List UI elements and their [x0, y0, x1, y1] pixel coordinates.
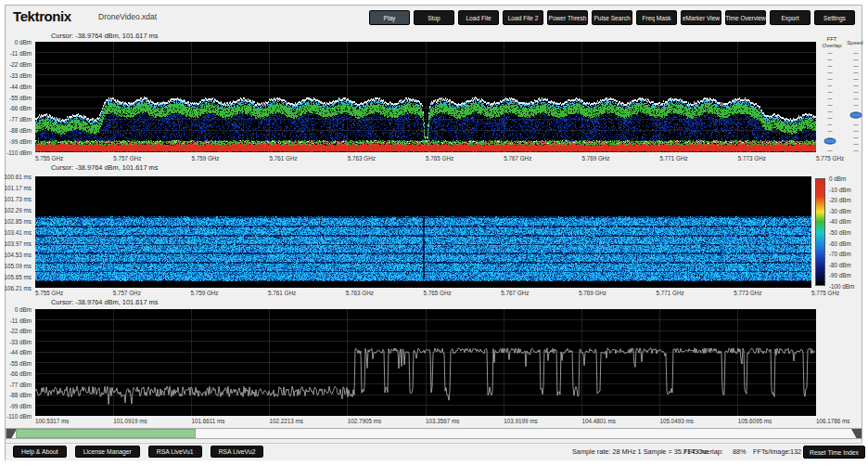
- load-file-2-button[interactable]: Load File 2: [503, 10, 543, 25]
- axis-tick-label: 5.773 GHz: [738, 155, 766, 162]
- axis-tick-label: -100 dBm: [829, 283, 854, 290]
- power-thresh-button[interactable]: Power Thresh: [547, 10, 588, 25]
- axis-tick-label: 0 dBm: [829, 175, 846, 182]
- time-overview-button[interactable]: Time Overview: [725, 10, 766, 25]
- amplitude-y-axis: 0 dBm-11 dBm-22 dBm-33 dBm-44 dBm-55 dBm…: [4, 309, 33, 416]
- license-manager-button[interactable]: License Manager: [75, 446, 140, 458]
- axis-tick-label: 104.53 ms: [5, 252, 32, 258]
- axis-tick-label: -50 dBm: [829, 229, 851, 236]
- help-about-button[interactable]: Help & About: [13, 446, 67, 458]
- fft-overlap-slider[interactable]: [823, 53, 836, 152]
- fft-overlap-slider-track: [828, 53, 833, 152]
- axis-tick-label: -33 dBm: [9, 71, 32, 78]
- speed-slider-track: [854, 53, 859, 152]
- speed-slider[interactable]: [849, 53, 862, 152]
- axis-tick-label: 101.6611 ms: [191, 418, 224, 424]
- axis-tick-label: 5.763 GHz: [346, 290, 374, 296]
- axis-tick-label: 5.767 GHz: [504, 155, 531, 162]
- status-buttons: Help & AboutLicense ManagerRSA LiveVu1RS…: [13, 446, 263, 458]
- axis-tick-label: 104.4801 ms: [581, 418, 615, 424]
- axis-tick-label: 101.73 ms: [5, 196, 32, 202]
- fft-overlap-slider-handle[interactable]: [824, 138, 836, 144]
- emarker-view-button[interactable]: eMarker View: [681, 10, 721, 25]
- axis-tick-label: -55 dBm: [9, 94, 32, 100]
- axis-tick-label: -44 dBm: [9, 83, 32, 89]
- axis-tick-label: -77 dBm: [9, 116, 32, 123]
- axis-tick-label: -77 dBm: [9, 381, 32, 387]
- axis-tick-label: 0 dBm: [15, 39, 32, 45]
- axis-tick-label: 5.761 GHz: [268, 290, 296, 296]
- axis-tick-label: 101.17 ms: [5, 185, 32, 191]
- speed-slider-label: Speed: [842, 40, 868, 46]
- axis-tick-label: 5.755 GHz: [35, 155, 63, 162]
- rsa-livevu2-button[interactable]: RSA LiveVu2: [211, 446, 264, 458]
- colorbar: [815, 178, 825, 286]
- axis-tick-label: 5.757 GHz: [113, 290, 141, 296]
- ffts-per-image-value: 132: [790, 447, 801, 456]
- axis-tick-label: 5.759 GHz: [190, 290, 218, 296]
- axis-tick-label: -44 dBm: [9, 349, 32, 356]
- axis-tick-label: 102.29 ms: [5, 207, 32, 214]
- fft-overlap-status-label: FFT Overlap:: [683, 447, 723, 456]
- time-scrollbar[interactable]: [6, 428, 862, 439]
- axis-tick-label: 102.2213 ms: [270, 418, 303, 424]
- axis-tick-label: -20 dBm: [829, 197, 851, 203]
- spectrum-y-axis: 0 dBm-11 dBm-22 dBm-33 dBm-44 dBm-55 dBm…: [4, 42, 33, 152]
- settings-button[interactable]: Settings: [814, 10, 855, 25]
- amplitude-display[interactable]: [35, 309, 816, 416]
- app-window: Tektronix DroneVideo.xdat PlayStopLoad F…: [0, 0, 868, 466]
- toolbar: PlayStopLoad FileLoad File 2Power Thresh…: [369, 10, 855, 25]
- axis-tick-label: 102.7905 ms: [348, 418, 381, 424]
- colorbar-scale: 0 dBm-10 dBm-20 dBm-30 dBm-40 dBm-50 dBm…: [827, 178, 859, 286]
- axis-tick-label: 5.755 GHz: [35, 290, 63, 296]
- spectrogram-display[interactable]: [35, 176, 811, 288]
- axis-tick-label: -22 dBm: [9, 60, 32, 67]
- axis-tick-label: 103.9199 ms: [504, 418, 537, 424]
- axis-tick-label: 5.765 GHz: [424, 290, 452, 296]
- axis-tick-label: 5.771 GHz: [660, 155, 688, 162]
- loaded-filename: DroneVideo.xdat: [98, 12, 157, 21]
- axis-tick-label: -11 dBm: [10, 49, 32, 56]
- axis-tick-label: 106.1786 ms: [816, 418, 849, 424]
- stop-button[interactable]: Stop: [414, 10, 454, 25]
- rsa-livevu1-button[interactable]: RSA LiveVu1: [148, 446, 202, 458]
- axis-tick-label: -22 dBm: [9, 328, 32, 334]
- spectrum-x-axis: 5.755 GHz5.757 GHz5.759 GHz5.761 GHz5.76…: [35, 154, 816, 162]
- axis-tick-label: 5.769 GHz: [579, 290, 606, 296]
- axis-tick-label: 105.0493 ms: [660, 418, 694, 424]
- freq-mask-button[interactable]: Freq Mask: [636, 10, 677, 25]
- axis-tick-label: -110 dBm: [6, 413, 32, 420]
- axis-tick-label: -80 dBm: [829, 261, 851, 267]
- axis-tick-label: -40 dBm: [829, 218, 851, 225]
- axis-tick-label: 5.761 GHz: [270, 155, 298, 162]
- axis-tick-label: 5.775 GHz: [811, 290, 839, 296]
- export-button[interactable]: Export: [770, 10, 811, 25]
- axis-tick-label: 103.97 ms: [5, 240, 32, 247]
- axis-tick-label: 100.61 ms: [5, 174, 32, 180]
- axis-tick-label: -99 dBm: [9, 402, 32, 408]
- axis-tick-label: -33 dBm: [9, 338, 32, 344]
- axis-tick-label: 103.3567 ms: [426, 418, 459, 424]
- axis-tick-label: 105.65 ms: [5, 274, 32, 280]
- axis-tick-label: 5.769 GHz: [581, 155, 609, 162]
- ffts-per-image-label: FFTs/Image:: [753, 447, 791, 456]
- load-file-button[interactable]: Load File: [458, 10, 499, 25]
- axis-tick-label: -66 dBm: [9, 370, 32, 377]
- axis-tick-label: 106.21 ms: [5, 285, 32, 291]
- play-button[interactable]: Play: [369, 10, 410, 25]
- axis-tick-label: 103.41 ms: [5, 229, 32, 236]
- spectrogram-time-axis: 100.61 ms101.17 ms101.73 ms102.29 ms102.…: [4, 176, 33, 288]
- scrollbar-selection[interactable]: [16, 429, 196, 438]
- reset-time-index-button[interactable]: Reset Time Index: [803, 446, 865, 459]
- axis-tick-label: 5.771 GHz: [657, 290, 684, 296]
- axis-tick-label: 100.5317 ms: [35, 418, 69, 424]
- axis-tick-label: -60 dBm: [829, 239, 851, 246]
- axis-tick-label: -10 dBm: [829, 186, 851, 192]
- spectrum-display[interactable]: [35, 42, 816, 152]
- pulse-search-button[interactable]: Pulse Search: [592, 10, 632, 25]
- axis-tick-label: 5.757 GHz: [113, 155, 141, 162]
- speed-slider-handle[interactable]: [850, 112, 862, 118]
- axis-tick-label: 5.773 GHz: [734, 290, 761, 296]
- spectrum-cursor-readout: Cursor: -38.9764 dBm, 101.617 ms: [51, 32, 158, 40]
- tektronix-logo: Tektronix: [13, 8, 71, 24]
